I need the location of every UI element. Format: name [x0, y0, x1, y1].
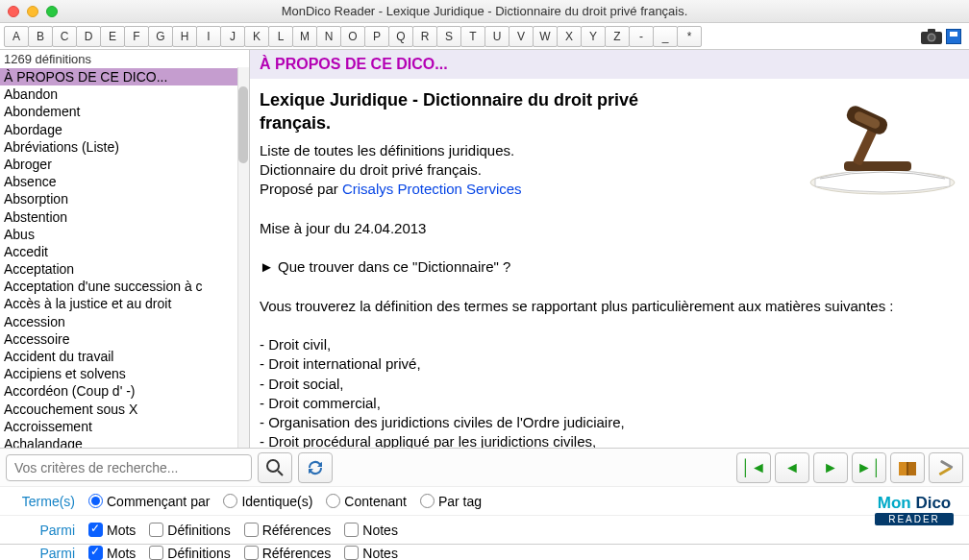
- list-item[interactable]: Abondement: [0, 103, 249, 120]
- nav-first-button[interactable]: │◄: [736, 452, 771, 483]
- definition-sidebar: 1269 définitions À PROPOS DE CE DICO...A…: [0, 50, 250, 448]
- content-bullet: - Droit commercial,: [260, 394, 959, 413]
- check-mots[interactable]: Mots: [88, 523, 136, 538]
- check-references[interactable]: Références: [244, 523, 332, 538]
- radio-commencant[interactable]: Commençant par: [88, 494, 210, 509]
- sidebar-scrollbar-thumb[interactable]: [238, 86, 248, 163]
- svg-rect-12: [940, 459, 954, 469]
- nav-prev-button[interactable]: ◄: [775, 452, 809, 483]
- definition-count: 1269 définitions: [0, 50, 249, 68]
- nav-next-button[interactable]: ►: [813, 452, 848, 483]
- list-item[interactable]: Absorption: [0, 190, 249, 207]
- check-mots-2[interactable]: Mots: [88, 546, 136, 561]
- alpha-letter-_[interactable]: _: [653, 26, 678, 47]
- parmi-label: Parmi: [10, 523, 75, 538]
- list-item[interactable]: Abréviations (Liste): [0, 138, 249, 156]
- alpha-letter-T[interactable]: T: [460, 26, 485, 47]
- list-item[interactable]: Absence: [0, 173, 249, 190]
- list-item[interactable]: Accès à la justice et au droit: [0, 295, 249, 312]
- alpha-letter-M[interactable]: M: [292, 26, 317, 47]
- camera-icon[interactable]: [920, 27, 943, 46]
- alpha-letter-L[interactable]: L: [268, 26, 293, 47]
- list-item[interactable]: Abroger: [0, 156, 249, 173]
- list-item[interactable]: Acceptation: [0, 260, 249, 278]
- content-bullet: - Droit procédural appliqué par les juri…: [260, 432, 959, 448]
- list-item[interactable]: Abandon: [0, 85, 249, 103]
- search-input[interactable]: [6, 454, 252, 481]
- alpha-letter-V[interactable]: V: [509, 26, 534, 47]
- list-item[interactable]: À PROPOS DE CE DICO...: [0, 68, 249, 85]
- alpha-letter-A[interactable]: A: [4, 26, 29, 47]
- crisalys-link[interactable]: Crisalys Protection Services: [342, 181, 522, 197]
- list-item[interactable]: Accouchement sous X: [0, 401, 249, 418]
- list-item[interactable]: Accession: [0, 313, 249, 330]
- list-item[interactable]: Accroissement: [0, 418, 249, 435]
- svg-point-9: [267, 460, 279, 472]
- alpha-letter-E[interactable]: E: [100, 26, 125, 47]
- check-references-2[interactable]: Références: [244, 546, 332, 561]
- list-item[interactable]: Accipiens et solvens: [0, 365, 249, 382]
- alpha-letter-H[interactable]: H: [172, 26, 197, 47]
- alpha-letter-W[interactable]: W: [533, 26, 558, 47]
- minimize-window-button[interactable]: [27, 6, 38, 17]
- checkbox-icon: [149, 546, 163, 560]
- content-text: Proposé par: [260, 181, 342, 197]
- sidebar-scrollbar[interactable]: [237, 67, 249, 448]
- check-notes[interactable]: Notes: [344, 523, 398, 538]
- list-item[interactable]: Accessoire: [0, 330, 249, 348]
- termes-label: Terme(s): [10, 494, 75, 509]
- radio-identique[interactable]: Identique(s): [223, 494, 312, 509]
- alpha-letter-G[interactable]: G: [148, 26, 173, 47]
- list-item[interactable]: Acceptation d'une succession à c: [0, 278, 249, 295]
- list-item[interactable]: Accident du travail: [0, 348, 249, 365]
- definition-list[interactable]: À PROPOS DE CE DICO...AbandonAbondementA…: [0, 68, 249, 448]
- list-item[interactable]: Abstention: [0, 208, 249, 226]
- alpha-letter-X[interactable]: X: [557, 26, 582, 47]
- alpha-letter-C[interactable]: C: [52, 26, 77, 47]
- nav-settings-button[interactable]: [929, 452, 963, 483]
- nav-last-button[interactable]: ►│: [852, 452, 886, 483]
- close-window-button[interactable]: [8, 6, 19, 17]
- alpha-letter-K[interactable]: K: [244, 26, 269, 47]
- checkbox-icon: [88, 546, 103, 560]
- alpha-letter-B[interactable]: B: [28, 26, 53, 47]
- alpha-letter-D[interactable]: D: [76, 26, 101, 47]
- alpha-letter-R[interactable]: R: [412, 26, 437, 47]
- refresh-button[interactable]: [298, 452, 333, 483]
- window-title: MonDico Reader - Lexique Juridique - Dic…: [0, 4, 969, 18]
- alpha-letter-U[interactable]: U: [484, 26, 509, 47]
- nav-book-button[interactable]: [890, 452, 925, 483]
- alpha-letter-F[interactable]: F: [124, 26, 149, 47]
- list-item[interactable]: Abus: [0, 226, 249, 243]
- logo: Mon Dico READER: [875, 494, 959, 525]
- alpha-letter-Y[interactable]: Y: [581, 26, 606, 47]
- radio-par-tag[interactable]: Par tag: [420, 494, 482, 509]
- alpha-letter-*[interactable]: *: [677, 26, 702, 47]
- window-controls: [8, 6, 58, 17]
- alpha-letter-I[interactable]: I: [196, 26, 221, 47]
- alpha-letter-Z[interactable]: Z: [605, 26, 630, 47]
- list-item[interactable]: Accedit: [0, 243, 249, 260]
- check-definitions-2[interactable]: Définitions: [149, 546, 230, 561]
- check-definitions[interactable]: Définitions: [149, 523, 230, 538]
- zoom-window-button[interactable]: [46, 6, 58, 17]
- list-item[interactable]: Abordage: [0, 121, 249, 138]
- content-bullet: - Droit social,: [260, 375, 959, 394]
- svg-rect-1: [928, 29, 935, 33]
- alpha-letter-O[interactable]: O: [340, 26, 365, 47]
- alpha-letter-P[interactable]: P: [364, 26, 389, 47]
- alpha-letter-S[interactable]: S: [436, 26, 461, 47]
- alpha-letter-J[interactable]: J: [220, 26, 245, 47]
- radio-contenant[interactable]: Contenant: [326, 494, 407, 509]
- check-notes-2[interactable]: Notes: [344, 546, 398, 561]
- list-item[interactable]: Accordéon (Coup d' -): [0, 382, 249, 400]
- alpha-letter--[interactable]: -: [629, 26, 654, 47]
- svg-line-10: [278, 471, 283, 475]
- save-icon[interactable]: [946, 29, 961, 44]
- list-item[interactable]: Achalandage: [0, 435, 249, 448]
- alpha-letter-Q[interactable]: Q: [388, 26, 413, 47]
- alpha-letter-N[interactable]: N: [316, 26, 341, 47]
- search-button[interactable]: [258, 452, 292, 483]
- svg-rect-5: [844, 161, 911, 171]
- content-bullet: - Droit civil,: [260, 335, 959, 354]
